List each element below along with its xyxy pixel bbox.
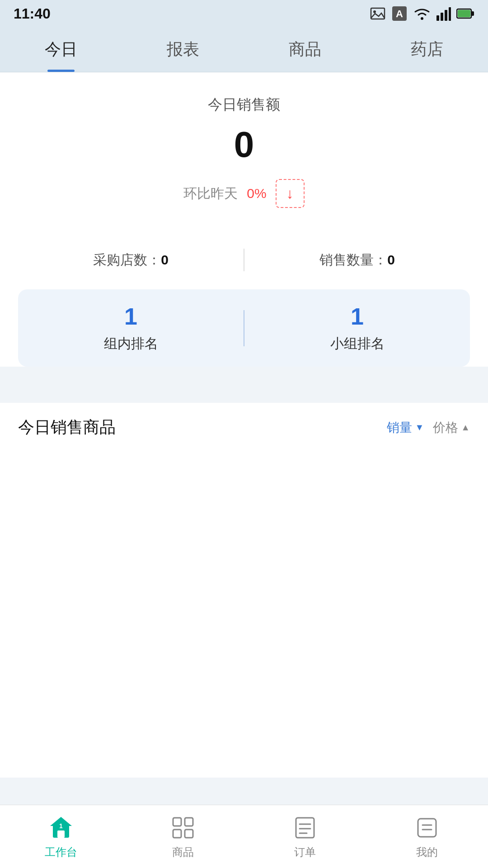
- workbench-icon: 1: [47, 814, 75, 841]
- svg-rect-16: [173, 818, 181, 826]
- status-time: 11:40: [14, 5, 51, 22]
- sales-quantity-stat: 销售数量：0: [244, 251, 470, 269]
- tab-report[interactable]: 报表: [122, 27, 244, 72]
- main-content: 今日销售额 0 环比昨天 0% ↓ 采购店数：0 销售数量：0 1 组内排名 1…: [0, 72, 488, 367]
- comparison-row: 环比昨天 0% ↓: [18, 179, 470, 208]
- status-bar: 11:40 A: [0, 0, 488, 27]
- team-rank-item: 1 小组排名: [244, 303, 470, 353]
- purchase-stores-stat: 采购店数：0: [18, 251, 244, 269]
- svg-rect-17: [185, 818, 193, 826]
- sort-by-sales-button[interactable]: 销量 ▼: [387, 419, 424, 436]
- signal-icon: [436, 6, 451, 21]
- svg-rect-0: [371, 8, 385, 19]
- status-icons: A: [370, 5, 474, 22]
- group-rank-number: 1: [18, 303, 244, 330]
- svg-rect-7: [445, 10, 447, 21]
- sales-title: 今日销售额: [18, 95, 470, 115]
- down-arrow-icon: ↓: [286, 185, 294, 202]
- svg-point-4: [421, 17, 423, 20]
- svg-rect-19: [185, 830, 193, 838]
- svg-text:A: A: [396, 8, 403, 19]
- sales-quantity-value: 0: [387, 252, 395, 267]
- group-rank-label: 组内排名: [18, 335, 244, 353]
- sales-header: 今日销售额 0 环比昨天 0% ↓: [0, 72, 488, 240]
- svg-text:1: 1: [59, 822, 63, 830]
- arrow-down-box: ↓: [276, 179, 305, 208]
- orders-icon: [291, 814, 319, 841]
- tab-today[interactable]: 今日: [0, 27, 122, 72]
- stats-row: 采购店数：0 销售数量：0: [0, 240, 488, 289]
- svg-rect-10: [458, 10, 470, 17]
- svg-rect-14: [57, 830, 65, 838]
- svg-rect-5: [436, 15, 439, 21]
- products-header: 今日销售商品 销量 ▼ 价格 ▲: [18, 416, 470, 439]
- profile-icon: [413, 814, 441, 841]
- comparison-label: 环比昨天: [183, 184, 238, 203]
- nav-orders[interactable]: 订单: [244, 814, 366, 859]
- section-gap: [0, 385, 488, 403]
- purchase-stores-value: 0: [161, 252, 169, 267]
- svg-rect-8: [449, 7, 451, 21]
- battery-icon: [456, 7, 474, 20]
- bottom-nav: 1 工作台 商品 订单: [0, 805, 488, 868]
- team-rank-label: 小组排名: [244, 335, 470, 353]
- nav-profile-label: 我的: [416, 845, 438, 859]
- ranking-card: 1 组内排名 1 小组排名: [18, 289, 470, 367]
- svg-rect-11: [471, 11, 474, 16]
- svg-point-1: [373, 10, 376, 13]
- sort-price-arrow: ▲: [461, 422, 470, 433]
- purchase-stores-label: 采购店数：: [93, 252, 161, 267]
- nav-workbench-label: 工作台: [45, 845, 77, 859]
- group-rank-item: 1 组内排名: [18, 303, 244, 353]
- comparison-value: 0%: [247, 186, 266, 201]
- team-rank-number: 1: [244, 303, 470, 330]
- nav-profile[interactable]: 我的: [366, 814, 488, 859]
- svg-rect-24: [418, 819, 436, 837]
- sort-price-label: 价格: [433, 419, 458, 436]
- tab-pharmacy[interactable]: 药店: [366, 27, 488, 72]
- svg-rect-18: [173, 830, 181, 838]
- sort-sales-label: 销量: [387, 419, 412, 436]
- sort-sales-arrow: ▼: [415, 422, 424, 433]
- image-status-icon: [370, 5, 386, 22]
- nav-workbench[interactable]: 1 工作台: [0, 814, 122, 859]
- nav-products[interactable]: 商品: [122, 814, 244, 859]
- font-status-icon: A: [391, 5, 408, 22]
- products-icon: [169, 814, 197, 841]
- products-section: 今日销售商品 销量 ▼ 价格 ▲: [0, 403, 488, 778]
- sales-amount: 0: [18, 124, 470, 165]
- svg-rect-20: [296, 818, 314, 838]
- sort-controls: 销量 ▼ 价格 ▲: [387, 419, 470, 436]
- nav-orders-label: 订单: [294, 845, 316, 859]
- products-section-title: 今日销售商品: [18, 416, 116, 439]
- sales-quantity-label: 销售数量：: [319, 252, 387, 267]
- product-list: [18, 448, 470, 764]
- sort-by-price-button[interactable]: 价格 ▲: [433, 419, 470, 436]
- wifi-icon: [413, 6, 431, 21]
- nav-products-label: 商品: [172, 845, 194, 859]
- top-nav: 今日 报表 商品 药店: [0, 27, 488, 72]
- tab-products[interactable]: 商品: [244, 27, 366, 72]
- svg-rect-6: [441, 13, 443, 21]
